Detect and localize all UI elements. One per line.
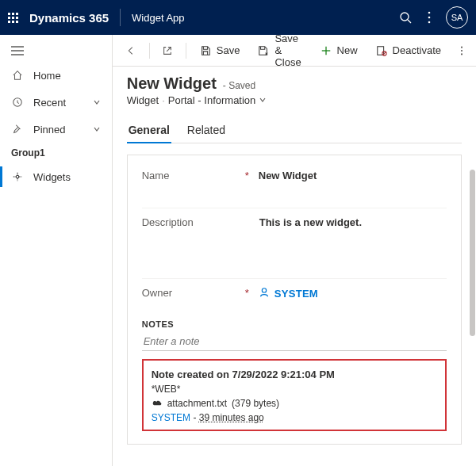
search-icon[interactable] — [393, 6, 417, 29]
new-label: New — [337, 44, 358, 56]
person-icon — [259, 287, 270, 300]
note-author[interactable]: SYSTEM — [152, 412, 190, 423]
svg-rect-12 — [377, 46, 383, 55]
save-label: Save — [217, 44, 240, 56]
save-close-button[interactable]: Save & Close — [249, 38, 309, 63]
owner-value: SYSTEM — [274, 288, 318, 300]
record-title: New Widget — [127, 74, 217, 93]
entity-name: Widget — [127, 94, 159, 106]
svg-point-3 — [428, 17, 431, 19]
svg-point-15 — [461, 46, 463, 48]
svg-point-0 — [401, 13, 409, 21]
more-icon[interactable] — [417, 6, 441, 29]
back-button[interactable] — [117, 38, 144, 63]
note-timestamp: 39 minutes ago — [199, 412, 264, 423]
attachment-size: (379 bytes) — [232, 398, 279, 409]
form-selector[interactable]: Portal - Information — [168, 94, 256, 106]
form-tabs: General Related — [127, 117, 462, 143]
svg-point-4 — [428, 21, 431, 24]
note-title: Note created on 7/29/2022 9:21:04 PM — [152, 369, 437, 380]
description-field[interactable]: This is a new widget. — [259, 216, 362, 272]
name-label: Name — [142, 170, 170, 181]
svg-point-9 — [16, 175, 19, 178]
tab-general[interactable]: General — [127, 117, 171, 143]
owner-label: Owner — [142, 287, 172, 299]
notes-heading: NOTES — [142, 319, 447, 329]
description-label: Description — [142, 216, 194, 228]
sidebar-group-label: Group1 — [0, 143, 112, 163]
sidebar-item-label: Pinned — [33, 124, 93, 136]
sidebar-item-pinned[interactable]: Pinned — [0, 116, 112, 143]
command-bar: Save Save & Close New Deactivate — [113, 35, 476, 67]
main-area: Save Save & Close New Deactivate — [113, 35, 476, 466]
separator: - — [193, 412, 198, 423]
more-icon — [460, 45, 463, 56]
command-overflow-button[interactable] — [452, 38, 471, 63]
sidebar-item-home[interactable]: Home — [0, 62, 112, 89]
user-avatar[interactable]: SA — [446, 6, 468, 29]
sidebar-item-recent[interactable]: Recent — [0, 89, 112, 116]
tab-related[interactable]: Related — [186, 117, 227, 143]
save-close-icon — [257, 44, 270, 57]
save-icon — [199, 44, 212, 57]
svg-line-1 — [408, 20, 411, 23]
save-status: - Saved — [223, 80, 255, 91]
form-content: New Widget - Saved Widget · Portal - Inf… — [113, 67, 476, 466]
divider — [120, 9, 121, 26]
save-close-label: Save & Close — [274, 32, 301, 68]
separator: · — [162, 94, 165, 106]
app-name: Widget App — [132, 12, 185, 24]
scrollbar[interactable] — [470, 170, 475, 336]
product-brand: Dynamics 365 — [29, 11, 109, 25]
svg-point-18 — [262, 288, 266, 292]
sitemap-toggle-icon[interactable] — [0, 40, 112, 62]
name-field[interactable]: New Widget — [259, 170, 317, 181]
note-input[interactable] — [142, 332, 447, 351]
chevron-down-icon[interactable] — [259, 94, 267, 106]
sidebar-item-label: Widgets — [33, 171, 101, 183]
home-icon — [11, 69, 24, 82]
app-launcher-icon[interactable] — [8, 13, 18, 23]
site-map: Home Recent Pinned Group1 Widgets — [0, 35, 113, 466]
required-indicator: * — [245, 287, 249, 299]
chevron-down-icon — [93, 124, 101, 136]
deactivate-button[interactable]: Deactivate — [367, 38, 449, 63]
plus-icon — [320, 44, 332, 57]
deactivate-icon — [375, 44, 388, 57]
divider — [149, 43, 150, 59]
global-header: Dynamics 365 Widget App SA — [0, 0, 476, 35]
cloud-icon — [152, 398, 163, 409]
chevron-down-icon — [93, 97, 101, 109]
svg-point-2 — [428, 12, 431, 14]
new-button[interactable]: New — [312, 38, 366, 63]
sidebar-item-label: Home — [33, 70, 101, 82]
pinned-icon — [11, 123, 24, 136]
svg-point-17 — [461, 53, 463, 55]
sidebar-item-widgets[interactable]: Widgets — [0, 163, 112, 190]
note-source: *WEB* — [152, 384, 437, 395]
recent-icon — [11, 96, 24, 109]
save-button[interactable]: Save — [191, 38, 248, 63]
owner-field[interactable]: SYSTEM — [259, 287, 318, 300]
note-item: Note created on 7/29/2022 9:21:04 PM *WE… — [142, 359, 447, 431]
required-indicator: * — [245, 170, 249, 181]
open-in-new-button[interactable] — [154, 38, 181, 63]
deactivate-label: Deactivate — [393, 44, 441, 56]
svg-point-16 — [461, 49, 463, 51]
divider — [186, 43, 186, 59]
sidebar-item-label: Recent — [33, 97, 93, 109]
widget-icon — [11, 170, 24, 183]
attachment-link[interactable]: attachment.txt — [167, 398, 227, 409]
general-section: Name * New Widget Description This is a … — [127, 155, 462, 445]
